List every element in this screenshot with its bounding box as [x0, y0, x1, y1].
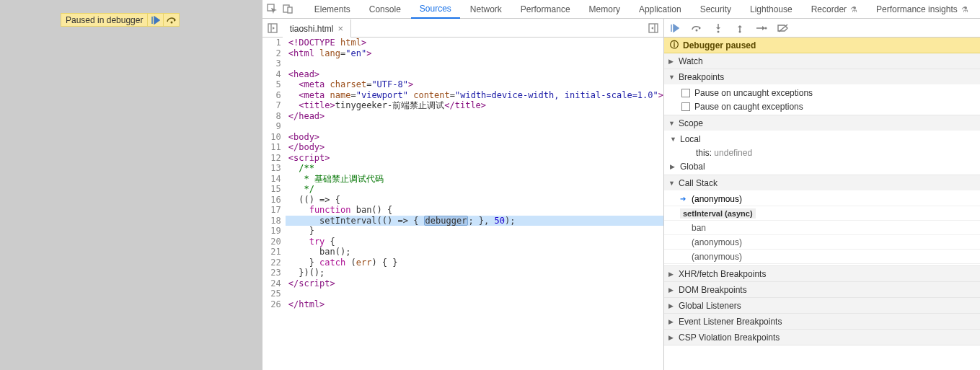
event-listener-bp-header[interactable]: ▶Event Listener Breakpoints: [664, 314, 980, 329]
tab-sources[interactable]: Sources: [411, 0, 460, 19]
callstack-frame[interactable]: (anonymous): [664, 235, 980, 250]
flask-icon: ⚗: [961, 0, 968, 19]
tab-network[interactable]: Network: [462, 0, 511, 19]
code-editor[interactable]: 1234567891011121314151617181920212223242…: [262, 38, 663, 370]
tab-perf-insights[interactable]: Performance insights⚗: [868, 0, 977, 19]
snippets-toggle-icon[interactable]: [643, 23, 663, 33]
tab-console[interactable]: Console: [361, 0, 410, 19]
debugger-paused-bar: ⓘ Debugger paused: [664, 38, 980, 53]
source-tab-label: tiaoshi.html: [290, 24, 334, 34]
debugger-column: ⓘ Debugger paused ▶Watch ▼Breakpoints Pa…: [664, 19, 980, 370]
step-icon[interactable]: [755, 24, 768, 32]
checkbox-icon[interactable]: [681, 89, 690, 97]
paused-in-debugger-pill: Paused in debugger: [61, 13, 180, 27]
close-icon[interactable]: ×: [337, 23, 343, 34]
global-listeners-header[interactable]: ▶Global Listeners: [664, 298, 980, 313]
svg-point-8: [696, 29, 698, 31]
source-tab-tiaoshi[interactable]: tiaoshi.html ×: [283, 19, 351, 38]
svg-rect-3: [288, 7, 292, 13]
step-over-pill-icon[interactable]: [163, 14, 179, 26]
code-body[interactable]: <!DOCTYPE html> <html lang="en"> <head> …: [286, 38, 663, 370]
current-frame-icon: ➔: [680, 195, 687, 203]
line-gutter: 1234567891011121314151617181920212223242…: [262, 38, 286, 370]
callstack-header[interactable]: ▼Call Stack: [664, 175, 980, 190]
sources-column: tiaoshi.html × 1234567891011121314151617…: [262, 19, 664, 370]
tab-performance[interactable]: Performance: [512, 0, 579, 19]
source-file-tabs: tiaoshi.html ×: [262, 19, 663, 38]
page-content: Paused in debugger: [0, 0, 262, 370]
scope-local[interactable]: ▼Local: [664, 132, 980, 146]
callstack-frame[interactable]: ➔(anonymous): [664, 192, 980, 206]
inspect-icon[interactable]: [265, 2, 280, 17]
breakpoints-header[interactable]: ▼Breakpoints: [664, 69, 980, 84]
tab-lighthouse[interactable]: Lighthouse: [741, 0, 801, 19]
resume-icon[interactable]: [668, 24, 681, 32]
watch-header[interactable]: ▶Watch: [664, 53, 980, 69]
step-over-icon[interactable]: [690, 24, 703, 32]
flask-icon: ⚗: [850, 0, 857, 19]
scope-this: this: undefined: [664, 146, 980, 159]
tab-memory[interactable]: Memory: [581, 0, 629, 19]
step-out-icon[interactable]: [733, 23, 746, 33]
dom-bp-header[interactable]: ▶DOM Breakpoints: [664, 282, 980, 297]
tab-recorder[interactable]: Recorder⚗: [803, 0, 866, 19]
svg-point-10: [718, 30, 720, 32]
scope-global[interactable]: ▶Global: [664, 159, 980, 173]
pause-caught-row[interactable]: Pause on caught exceptions: [664, 100, 980, 113]
step-into-icon[interactable]: [712, 23, 725, 33]
debugger-toolbar: [664, 19, 980, 38]
tab-elements[interactable]: Elements: [306, 0, 359, 19]
resume-play-icon[interactable]: [147, 14, 163, 26]
devtools-tabbar: Elements Console Sources Network Perform…: [262, 0, 980, 19]
pause-uncaught-row[interactable]: Pause on uncaught exceptions: [664, 86, 980, 100]
device-toggle-icon[interactable]: [281, 2, 296, 17]
debugger-highlight: debugger: [424, 216, 469, 226]
svg-point-0: [170, 21, 172, 23]
checkbox-icon[interactable]: [681, 102, 690, 111]
navigator-toggle-icon[interactable]: [262, 23, 283, 33]
deactivate-breakpoints-icon[interactable]: [777, 24, 790, 32]
csp-bp-header[interactable]: ▶CSP Violation Breakpoints: [664, 330, 980, 345]
info-icon: ⓘ: [670, 39, 679, 51]
callstack-async: setInterval (async): [664, 206, 980, 221]
tab-application[interactable]: Application: [630, 0, 690, 19]
svg-point-14: [765, 27, 767, 29]
xhr-bp-header[interactable]: ▶XHR/fetch Breakpoints: [664, 266, 980, 281]
callstack-frame[interactable]: (anonymous): [664, 250, 980, 264]
svg-point-12: [739, 30, 741, 32]
callstack-frame[interactable]: ban: [664, 221, 980, 235]
paused-text: Paused in debugger: [61, 15, 147, 25]
tab-security[interactable]: Security: [692, 0, 740, 19]
devtools-panel: Elements Console Sources Network Perform…: [262, 0, 980, 370]
scope-header[interactable]: ▼Scope: [664, 115, 980, 131]
